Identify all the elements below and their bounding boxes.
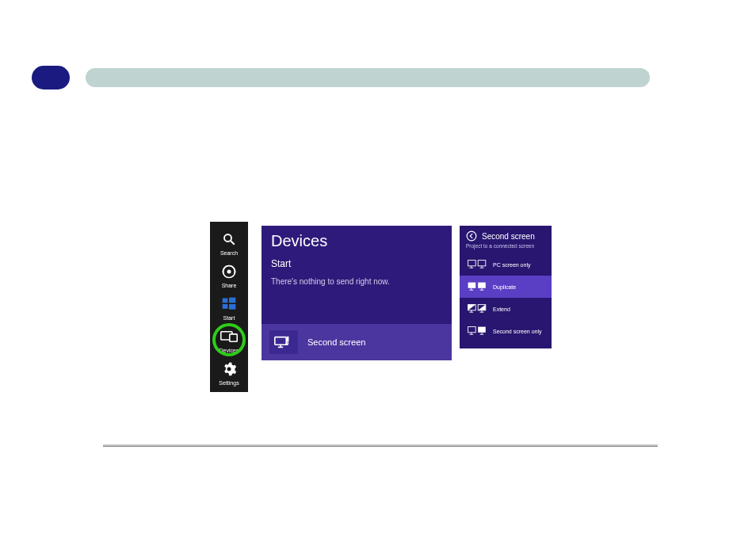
- charm-label: Devices: [220, 348, 239, 353]
- svg-rect-14: [287, 337, 288, 341]
- settings-icon: [217, 360, 241, 379]
- svg-rect-25: [478, 283, 486, 288]
- svg-rect-9: [230, 334, 237, 341]
- charm-start[interactable]: Start: [210, 291, 248, 324]
- svg-rect-6: [223, 304, 228, 309]
- flyout-option-extend[interactable]: Extend: [460, 298, 552, 320]
- flyout-title: Second screen: [482, 232, 535, 241]
- charm-devices[interactable]: Devices: [210, 324, 248, 356]
- divider: [103, 444, 658, 446]
- svg-rect-4: [223, 299, 228, 303]
- flyout-option-duplicate[interactable]: Duplicate: [460, 276, 552, 298]
- devices-panel-title: Devices: [262, 226, 452, 250]
- start-icon: [217, 295, 241, 314]
- svg-rect-36: [468, 327, 476, 333]
- svg-rect-19: [478, 261, 486, 266]
- flyout-option-second-only[interactable]: Second screen only: [460, 320, 552, 342]
- svg-rect-16: [468, 261, 476, 266]
- charm-share[interactable]: Share: [210, 259, 248, 291]
- svg-point-3: [227, 270, 231, 274]
- svg-point-0: [224, 234, 231, 242]
- flyout-option-label: Duplicate: [493, 284, 516, 290]
- second-screen-icon: [269, 330, 298, 354]
- second-screen-item[interactable]: Second screen: [262, 324, 452, 360]
- page-badge: [32, 66, 70, 89]
- flyout-subtitle: Project to a connected screen: [460, 243, 552, 253]
- page-title-bar: [86, 68, 650, 87]
- charm-label: Start: [223, 315, 235, 321]
- search-icon: [217, 230, 241, 249]
- flyout-header[interactable]: Second screen: [460, 226, 552, 243]
- charm-settings[interactable]: Settings: [210, 356, 248, 389]
- flyout-option-label: PC screen only: [493, 262, 530, 268]
- extend-icon: [468, 303, 487, 314]
- charm-label: Search: [220, 250, 238, 256]
- second-screen-flyout: Second screen Project to a connected scr…: [460, 226, 552, 348]
- svg-rect-7: [229, 304, 235, 310]
- back-icon: [466, 230, 477, 242]
- svg-marker-29: [468, 305, 476, 310]
- second-only-icon: [468, 326, 487, 337]
- svg-rect-22: [468, 283, 476, 288]
- duplicate-icon: [468, 281, 487, 292]
- charm-label: Share: [222, 283, 237, 288]
- svg-point-15: [467, 231, 476, 241]
- charms-bar: Search Share Start: [210, 222, 248, 392]
- svg-line-1: [231, 241, 235, 245]
- svg-rect-5: [229, 298, 235, 303]
- devices-icon: [217, 327, 241, 346]
- charm-label: Settings: [219, 380, 239, 386]
- devices-panel: Devices Start There's nothing to send ri…: [262, 226, 452, 360]
- flyout-option-label: Extend: [493, 306, 510, 312]
- svg-rect-11: [275, 337, 286, 345]
- flyout-option-pc-only[interactable]: PC screen only: [460, 253, 552, 276]
- devices-panel-subtitle: Start: [262, 250, 452, 269]
- page-header: [32, 63, 650, 92]
- svg-point-10: [227, 367, 231, 371]
- share-icon: [217, 262, 241, 281]
- devices-panel-message: There's nothing to send right now.: [262, 269, 452, 286]
- svg-rect-39: [478, 327, 486, 333]
- pc-only-icon: [468, 259, 487, 270]
- second-screen-label: Second screen: [307, 337, 365, 347]
- flyout-option-label: Second screen only: [493, 329, 541, 334]
- charm-search[interactable]: Search: [210, 227, 248, 259]
- svg-marker-33: [478, 305, 486, 310]
